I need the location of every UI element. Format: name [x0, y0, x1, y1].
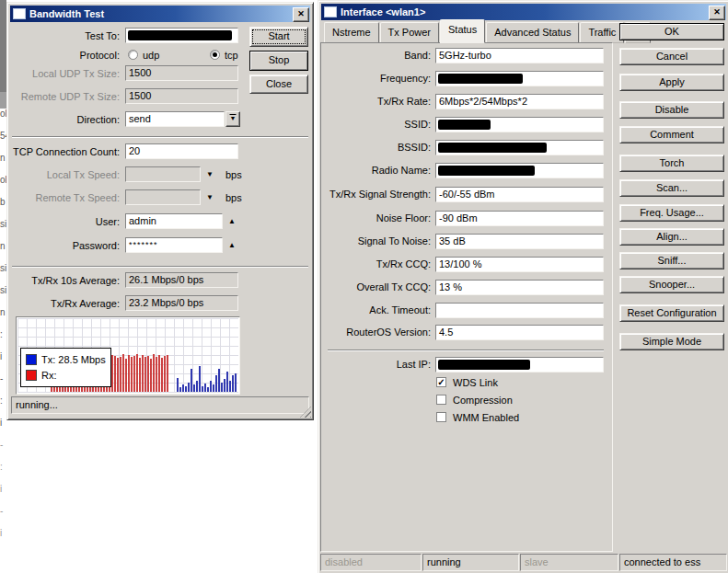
simple-mode-button[interactable]: Simple Mode — [619, 333, 724, 350]
direction-label: Direction: — [7, 114, 120, 125]
tx-legend-swatch — [26, 354, 37, 365]
overall-tx-ccq-field: 13 % — [435, 280, 604, 295]
frequency-label: Frequency: — [318, 73, 431, 84]
bssid-label: BSSID: — [318, 142, 431, 153]
tab-advanced-status[interactable]: Advanced Status — [486, 22, 579, 43]
redacted-ssid — [438, 120, 491, 130]
status-segment-slave: slave — [520, 554, 618, 571]
tab-traffic[interactable]: Traffic — [580, 22, 624, 43]
background-text-fragment: - — [0, 440, 7, 450]
password-label: Password: — [7, 240, 120, 251]
tx-bar — [177, 378, 179, 392]
tx-bar — [202, 386, 203, 392]
sniff-button[interactable]: Sniff... — [619, 252, 724, 269]
start-button[interactable]: Start — [249, 27, 308, 47]
snooper-button[interactable]: Snooper... — [619, 276, 724, 293]
tab-status[interactable]: Status — [440, 19, 485, 43]
protocol-udp-radio[interactable] — [128, 50, 138, 60]
user-input[interactable]: admin — [125, 213, 223, 229]
rx-bar — [156, 357, 157, 392]
tx-bar — [193, 384, 195, 392]
remote-udp-tx-size-label: Remote UDP Tx Size: — [7, 91, 120, 102]
close-icon[interactable]: ✕ — [709, 6, 725, 20]
freq-usage-button[interactable]: Freq. Usage... — [619, 204, 724, 222]
status-segment-connected-to-ess: connected to ess — [619, 554, 727, 571]
tx-rx-ccq-field: 13/100 % — [435, 257, 604, 272]
reset-configuration-button[interactable]: Reset Configuration — [619, 304, 724, 322]
rx-legend-label: Rx: — [41, 370, 57, 381]
user-collapse-icon[interactable]: ▲ — [228, 218, 236, 225]
tx-rx-signal-strength-label: Tx/Rx Signal Strength: — [318, 189, 431, 200]
password-value: ******* — [129, 240, 158, 249]
tx-bar — [191, 369, 192, 392]
rx-bar — [133, 356, 135, 392]
noise-floor-value: -90 dBm — [439, 212, 478, 223]
user-value: admin — [129, 215, 156, 226]
remote-tx-speed-dropdown-icon[interactable]: ▼ — [206, 194, 214, 201]
compression-checkbox[interactable] — [436, 395, 446, 405]
window-title: Bandwidth Test — [29, 8, 104, 19]
tx-rx-signal-strength-field: -60/-55 dBm — [435, 187, 604, 202]
rx-bar — [117, 358, 119, 392]
redacted-radio-name — [438, 166, 535, 176]
bandwidth-test-statusbar: running... — [11, 396, 309, 414]
ssid-field — [435, 117, 604, 132]
bandwidth-test-titlebar[interactable]: Bandwidth Test — [10, 6, 310, 22]
stop-button[interactable]: Stop — [249, 51, 308, 71]
compression-checkbox-label: Compression — [453, 395, 513, 406]
remote-tx-speed-input — [125, 189, 201, 205]
rx-bar — [128, 355, 130, 392]
torch-button[interactable]: Torch — [619, 155, 724, 172]
tx-bar — [207, 387, 209, 392]
separator — [12, 136, 308, 137]
test-to-label: Test To: — [7, 30, 120, 41]
test-to-input[interactable] — [125, 28, 238, 43]
comment-button[interactable]: Comment — [619, 126, 724, 143]
wmm-enabled-checkbox[interactable] — [436, 412, 446, 422]
noise-floor-field: -90 dBm — [435, 211, 604, 226]
protocol-udp-option-label: udp — [143, 50, 159, 61]
rx-bar — [114, 356, 116, 392]
password-input[interactable]: ******* — [125, 237, 223, 253]
tx-legend-label: Tx: — [41, 354, 55, 365]
align-button[interactable]: Align... — [619, 228, 724, 246]
tx-bar — [185, 386, 187, 392]
band-field: 5GHz-turbo — [435, 48, 604, 63]
direction-select[interactable]: send — [125, 111, 225, 127]
apply-button[interactable]: Apply — [619, 74, 724, 91]
protocol-tcp-radio[interactable] — [210, 50, 220, 60]
redacted-bssid — [438, 143, 547, 153]
wds-link-checkbox[interactable]: ✓ — [436, 377, 446, 387]
tab-nstreme[interactable]: Nstreme — [324, 22, 379, 43]
rx-bar — [153, 354, 155, 392]
close-button[interactable]: Close — [249, 74, 308, 94]
remote-udp-tx-size-value: 1500 — [129, 90, 151, 101]
tx-bar — [204, 384, 206, 392]
txrx-10s-average-label: Tx/Rx 10s Average: — [7, 275, 120, 286]
rx-bar — [139, 358, 141, 392]
rx-bar — [120, 357, 121, 392]
direction-dropdown-button[interactable]: ▼ — [225, 111, 240, 127]
remote-tx-speed-label: Remote Tx Speed: — [7, 192, 120, 203]
background-window-strip — [0, 0, 6, 92]
disable-button[interactable]: Disable — [619, 101, 724, 119]
tab-tx-power[interactable]: Tx Power — [380, 22, 439, 43]
screen: ol54nolbsinsisin:i-:i-:i-i Bandwidth Tes… — [0, 0, 728, 573]
local-tx-speed-dropdown-icon[interactable]: ▼ — [206, 171, 214, 178]
rx-bar — [167, 355, 168, 392]
local-tx-speed-input — [125, 166, 201, 182]
interface-titlebar[interactable]: Interface <wlan1> — [321, 4, 726, 20]
scan-button[interactable]: Scan... — [619, 179, 724, 197]
close-icon[interactable]: ✕ — [293, 7, 309, 22]
band-label: Band: — [318, 50, 431, 61]
cancel-button[interactable]: Cancel — [619, 48, 724, 65]
password-collapse-icon[interactable]: ▲ — [228, 242, 236, 249]
radio-dot — [213, 52, 217, 57]
rx-legend-text: Rx: — [41, 370, 57, 381]
rx-bar — [125, 359, 127, 392]
background-text-fragment: i — [0, 484, 7, 494]
ack-timeout-field — [435, 303, 604, 318]
ok-button[interactable]: OK — [619, 23, 724, 40]
band-value: 5GHz-turbo — [439, 50, 491, 61]
tcp-connection-count-input[interactable]: 20 — [125, 143, 238, 159]
